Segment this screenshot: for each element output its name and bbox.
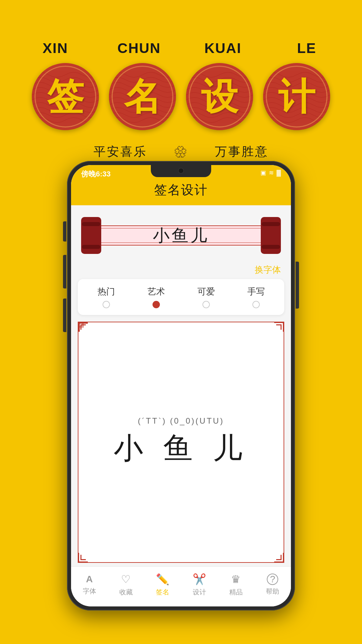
sig-emoticons: (´TT`) (0_0)(UTU)	[138, 416, 224, 426]
subtitle-row: 平安喜乐 🏵 万事胜意	[94, 144, 268, 160]
nav-item-collect[interactable]: ♡ 收藏	[113, 573, 139, 597]
font-tab-cute-label: 可爱	[197, 286, 215, 298]
status-time: 傍晚6:33	[81, 169, 111, 179]
svg-rect-19	[281, 555, 282, 560]
scroll-name[interactable]: 小鱼儿	[153, 224, 209, 247]
svg-rect-8	[274, 322, 284, 323]
phone-camera	[178, 168, 184, 174]
scroll-left	[81, 217, 101, 254]
char-circle-3: 计	[263, 63, 330, 130]
char-circle-1: 名	[109, 63, 176, 130]
app-title: 签名设计	[154, 181, 208, 199]
pinyin-row: XIN CHUN KUAI LE	[27, 40, 335, 56]
corner-bl-icon	[78, 543, 98, 563]
char-0: 签	[47, 78, 84, 115]
char-circle-0: 签	[32, 63, 99, 130]
svg-rect-5	[78, 322, 79, 332]
bottom-nav: A 字体 ♡ 收藏 ✏️ 签名 ✂️ 设计	[71, 566, 291, 606]
font-change-button[interactable]: 换字体	[255, 264, 281, 276]
svg-rect-11	[281, 324, 282, 330]
svg-rect-13	[78, 553, 79, 563]
font-tab-handwrite[interactable]: 手写	[247, 286, 265, 308]
scroll-banner-area: 小鱼儿	[71, 205, 291, 261]
nav-label-design: 设计	[193, 588, 206, 597]
subtitle-left: 平安喜乐	[94, 144, 147, 160]
svg-rect-7	[80, 324, 81, 330]
nav-label-font: 字体	[83, 587, 96, 596]
collect-icon: ♡	[121, 573, 131, 586]
pinyin-chun: CHUN	[111, 40, 168, 56]
phone-inner: 傍晚6:33 ▣ ≋ ▓ 签名设计	[71, 165, 291, 606]
pinyin-le: LE	[278, 40, 335, 56]
font-tabs: 热门 艺术 可爱 手写	[78, 279, 284, 315]
top-section: XIN CHUN KUAI LE	[0, 0, 362, 160]
flower-icon: 🏵	[174, 144, 188, 160]
sign-icon: ✏️	[156, 573, 169, 586]
design-icon: ✂️	[193, 573, 206, 586]
svg-rect-9	[283, 322, 284, 332]
font-tab-popular[interactable]: 热门	[98, 286, 115, 308]
char-1: 名	[124, 78, 161, 115]
font-tab-art-dot	[153, 301, 160, 308]
nav-item-design[interactable]: ✂️ 设计	[186, 573, 213, 597]
wifi-icon: ≋	[269, 169, 274, 176]
circles-row: 签	[32, 63, 330, 130]
font-tab-handwrite-label: 手写	[247, 286, 265, 298]
font-tab-art[interactable]: 艺术	[147, 286, 165, 308]
corner-tr-icon	[264, 322, 284, 342]
sig-content: (´TT`) (0_0)(UTU) 小 鱼 儿	[78, 322, 284, 562]
svg-rect-17	[283, 553, 284, 563]
scroll-banner: 小鱼儿	[81, 215, 281, 256]
phone-outer: 傍晚6:33 ▣ ≋ ▓ 签名设计	[67, 161, 295, 610]
nav-label-collect: 收藏	[119, 588, 133, 597]
corner-tl-icon	[78, 322, 98, 342]
font-tab-art-label: 艺术	[147, 286, 165, 298]
subtitle-right: 万事胜意	[215, 144, 268, 160]
sig-name-display: 小 鱼 儿	[114, 428, 249, 468]
svg-rect-15	[80, 555, 81, 560]
scroll-body: 小鱼儿	[95, 225, 267, 246]
char-2: 设	[201, 78, 238, 115]
phone-notch	[151, 165, 211, 177]
nav-label-help: 帮助	[266, 587, 279, 596]
nav-item-font[interactable]: A 字体	[76, 574, 103, 596]
font-tab-popular-dot	[103, 301, 110, 308]
phone-mockup: 傍晚6:33 ▣ ≋ ▓ 签名设计	[67, 161, 295, 610]
font-tab-cute-dot	[202, 301, 210, 308]
font-tab-cute[interactable]: 可爱	[197, 286, 215, 308]
nav-item-help[interactable]: ? 帮助	[259, 574, 286, 596]
svg-rect-16	[274, 561, 284, 563]
font-tab-handwrite-dot	[252, 301, 260, 308]
help-icon: ?	[267, 574, 278, 585]
char-3: 计	[278, 78, 315, 115]
font-icon: A	[86, 574, 93, 585]
svg-rect-4	[78, 322, 88, 323]
scroll-right	[261, 217, 281, 254]
signal-icon: ▓	[277, 169, 281, 176]
app-screen: 傍晚6:33 ▣ ≋ ▓ 签名设计	[71, 165, 291, 606]
char-circle-2: 设	[186, 63, 253, 130]
pinyin-xin: XIN	[27, 40, 84, 56]
pinyin-kuai: KUAI	[194, 40, 251, 56]
nav-label-premium: 精品	[229, 588, 243, 597]
premium-icon: ♛	[231, 573, 241, 586]
svg-rect-12	[78, 561, 88, 563]
nav-item-premium[interactable]: ♛ 精品	[223, 573, 249, 597]
corner-br-icon	[264, 543, 284, 563]
nav-label-sign: 签名	[156, 588, 169, 597]
font-tab-popular-label: 热门	[98, 286, 115, 298]
signature-display: (´TT`) (0_0)(UTU) 小 鱼 儿	[78, 322, 284, 563]
nav-item-sign[interactable]: ✏️ 签名	[149, 573, 176, 597]
battery-icon: ▣	[260, 169, 266, 176]
font-change-row: 换字体	[71, 261, 291, 279]
status-icons: ▣ ≋ ▓	[260, 169, 281, 176]
